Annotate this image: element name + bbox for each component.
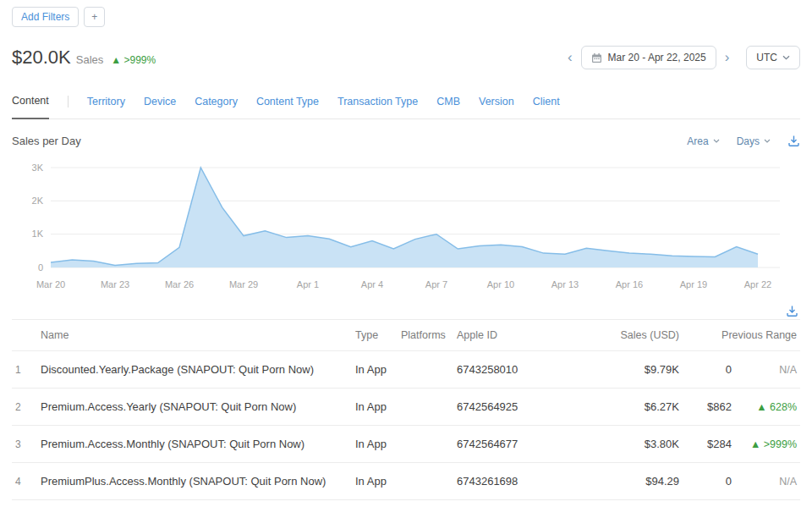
row-index: 2 <box>12 389 37 426</box>
table-export-button[interactable] <box>786 305 798 317</box>
sales-summary: $20.0K Sales ▲ >999% <box>12 47 156 69</box>
sales-value: $94.29 <box>593 463 683 500</box>
previous-value: 0 <box>683 463 735 500</box>
svg-text:Apr 19: Apr 19 <box>680 279 707 289</box>
date-prev-icon[interactable]: ‹ <box>566 49 574 66</box>
tab-device[interactable]: Device <box>144 91 176 118</box>
previous-value: 0 <box>683 351 735 389</box>
sales-change-badge: ▲ >999% <box>111 54 156 66</box>
sales-value: $9.79K <box>593 351 683 389</box>
download-icon <box>786 305 798 317</box>
change-badge: N/A <box>735 463 800 500</box>
filters-bar: Add Filters + <box>12 7 800 27</box>
svg-text:1K: 1K <box>32 229 44 240</box>
table-export-row <box>12 305 800 317</box>
chart-header: Sales per Day Area Days <box>12 135 800 147</box>
dimension-tabs: Content Territory Device Category Conten… <box>12 90 800 119</box>
tab-content[interactable]: Content <box>12 90 49 119</box>
add-filter-plus-button[interactable]: + <box>84 7 105 27</box>
chart-controls: Area Days <box>687 135 800 147</box>
tab-cmb[interactable]: CMB <box>436 91 460 118</box>
sales-total-label: Sales <box>76 53 104 66</box>
tab-territory[interactable]: Territory <box>87 91 125 118</box>
column-apple-id[interactable]: Apple ID <box>453 320 593 351</box>
sales-value: $6.27K <box>593 389 683 426</box>
svg-text:Apr 22: Apr 22 <box>744 279 771 289</box>
column-type[interactable]: Type <box>352 320 398 351</box>
svg-text:Apr 13: Apr 13 <box>551 279 579 289</box>
apple-id: 6743258010 <box>453 351 593 389</box>
chart-title: Sales per Day <box>12 135 81 147</box>
column-index <box>12 320 37 351</box>
row-index: 3 <box>12 426 37 463</box>
column-previous-range[interactable]: Previous Range <box>683 320 800 351</box>
product-name: Discounted.Yearly.Package (SNAPOUT: Quit… <box>37 351 352 389</box>
svg-text:Apr 4: Apr 4 <box>361 279 383 289</box>
tab-client[interactable]: Client <box>533 91 560 118</box>
svg-text:Mar 26: Mar 26 <box>165 279 194 289</box>
download-icon <box>787 135 800 147</box>
date-range-label: Mar 20 - Apr 22, 2025 <box>608 52 706 63</box>
row-index: 1 <box>12 351 37 389</box>
chart-type-label: Area <box>687 135 708 147</box>
sales-chart: 01K2K3KMar 20Mar 23Mar 26Mar 29Apr 1Apr … <box>12 156 800 301</box>
previous-value: $284 <box>683 426 735 463</box>
svg-text:Apr 10: Apr 10 <box>487 279 514 289</box>
product-platforms <box>398 463 453 500</box>
chart-interval-label: Days <box>737 135 760 147</box>
svg-text:2K: 2K <box>32 196 44 206</box>
row-index: 4 <box>12 463 37 500</box>
svg-text:Apr 16: Apr 16 <box>616 279 643 289</box>
svg-text:Mar 20: Mar 20 <box>36 279 65 289</box>
previous-value: $862 <box>683 389 735 426</box>
column-platforms[interactable]: Platforms <box>398 320 453 351</box>
product-type: In App <box>352 426 398 463</box>
apple-id: 6742564925 <box>453 389 593 426</box>
table-row[interactable]: 4 PremiumPlus.Access.Monthly (SNAPOUT: Q… <box>12 463 800 500</box>
product-type: In App <box>352 389 398 426</box>
product-name: Premium.Access.Monthly (SNAPOUT: Quit Po… <box>37 426 352 463</box>
tab-transaction-type[interactable]: Transaction Type <box>337 91 418 118</box>
svg-text:Mar 23: Mar 23 <box>101 279 129 289</box>
apple-id: 6743261698 <box>453 463 593 500</box>
apple-id: 6742564677 <box>453 426 593 463</box>
sales-value: $3.80K <box>593 426 683 463</box>
sales-table: Name Type Platforms Apple ID Sales (USD)… <box>12 319 800 500</box>
change-badge: ▲ >999% <box>735 426 800 463</box>
tab-divider <box>68 96 69 107</box>
change-badge: N/A <box>735 351 800 389</box>
chart-type-dropdown[interactable]: Area <box>687 135 719 147</box>
product-name: PremiumPlus.Access.Monthly (SNAPOUT: Qui… <box>37 463 352 500</box>
sales-total-value: $20.0K <box>12 47 71 69</box>
tab-category[interactable]: Category <box>195 91 238 118</box>
date-range-picker[interactable]: Mar 20 - Apr 22, 2025 <box>581 46 716 69</box>
calendar-icon <box>591 52 602 63</box>
table-header-row: Name Type Platforms Apple ID Sales (USD)… <box>12 320 800 351</box>
svg-text:Apr 1: Apr 1 <box>297 279 319 289</box>
date-controls: ‹ Mar 20 - Apr 22, 2025 › UTC <box>566 46 800 69</box>
svg-text:Mar 29: Mar 29 <box>229 279 258 289</box>
date-next-icon[interactable]: › <box>723 49 732 66</box>
tab-content-type[interactable]: Content Type <box>256 91 319 118</box>
chevron-down-icon <box>764 139 771 143</box>
svg-text:0: 0 <box>38 262 43 273</box>
summary-row: $20.0K Sales ▲ >999% ‹ Mar 20 - Apr 22, … <box>12 46 800 69</box>
chart-interval-dropdown[interactable]: Days <box>737 135 771 147</box>
product-platforms <box>398 389 453 426</box>
column-sales[interactable]: Sales (USD) <box>593 320 683 351</box>
add-filters-button[interactable]: Add Filters <box>12 7 79 27</box>
svg-text:Apr 7: Apr 7 <box>425 279 447 289</box>
tab-version[interactable]: Version <box>479 91 514 118</box>
table-row[interactable]: 3 Premium.Access.Monthly (SNAPOUT: Quit … <box>12 426 800 463</box>
product-platforms <box>398 351 453 389</box>
svg-text:3K: 3K <box>32 163 44 173</box>
table-row[interactable]: 1 Discounted.Yearly.Package (SNAPOUT: Qu… <box>12 351 800 389</box>
table-row[interactable]: 2 Premium.Access.Yearly (SNAPOUT: Quit P… <box>12 389 800 426</box>
chevron-down-icon <box>782 55 790 60</box>
column-name[interactable]: Name <box>37 320 352 351</box>
change-badge: ▲ 628% <box>735 389 800 426</box>
timezone-select[interactable]: UTC <box>746 46 800 69</box>
chevron-down-icon <box>713 139 720 143</box>
chart-export-button[interactable] <box>787 135 800 147</box>
product-name: Premium.Access.Yearly (SNAPOUT: Quit Por… <box>37 389 352 426</box>
